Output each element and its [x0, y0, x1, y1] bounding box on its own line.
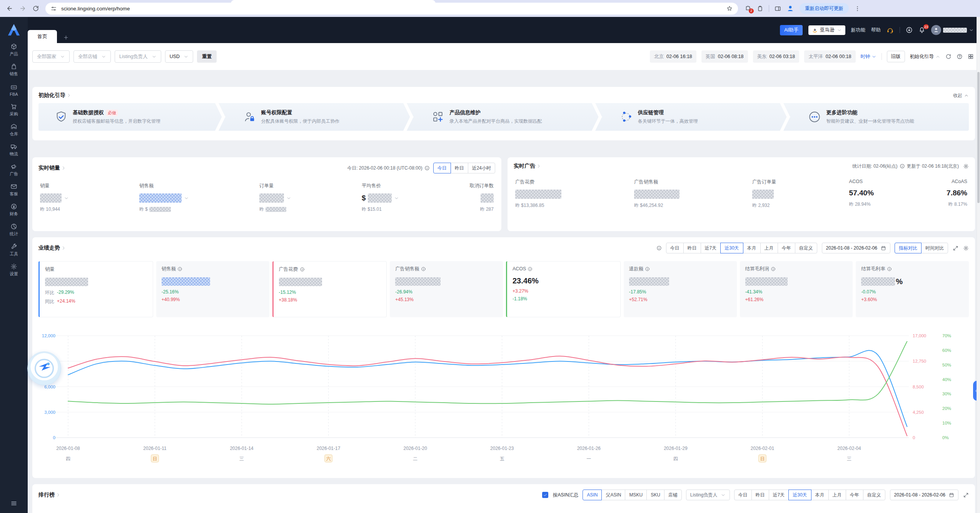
- forward-icon[interactable]: [19, 5, 26, 12]
- guide-title[interactable]: 初始化引导: [38, 92, 71, 99]
- compare-tab-指标对比[interactable]: 指标对比: [895, 243, 922, 253]
- extensions-icon[interactable]: 2: [745, 5, 751, 12]
- floating-assistant-widget[interactable]: [27, 351, 61, 385]
- platform-select[interactable]: a 亚马逊: [808, 25, 845, 35]
- guide-step-5[interactable]: 更多进阶功能智能补货建议、业财一体化管理等亮点功能: [792, 103, 969, 131]
- new-features-link[interactable]: 新功能: [851, 27, 866, 33]
- timezone-chip[interactable]: 英国02-06 08:18: [701, 50, 748, 63]
- info-icon[interactable]: [300, 267, 305, 272]
- guide-step-1[interactable]: 基础数据授权必做授权店铺客服邮箱等信息，开启数字化管理: [38, 103, 215, 131]
- lingxing-logo-icon[interactable]: [7, 22, 21, 38]
- sidebar-item-客服[interactable]: 客服: [0, 180, 28, 200]
- info-icon[interactable]: [177, 266, 182, 271]
- browser-update-button[interactable]: 重新启动即可更新: [800, 3, 849, 14]
- legacy-version-button[interactable]: 旧版: [887, 51, 905, 62]
- range-tab-近7天[interactable]: 近7天: [701, 243, 721, 253]
- sidebar-item-物流[interactable]: 物流: [0, 140, 28, 160]
- help-link[interactable]: 帮助: [871, 27, 881, 33]
- reset-button[interactable]: 重置: [197, 50, 217, 63]
- performance-title[interactable]: 业绩走势: [38, 245, 66, 252]
- ranking-owner-select[interactable]: Listing负责人: [686, 490, 730, 500]
- info-icon[interactable]: [656, 245, 662, 251]
- support-headset-icon[interactable]: [887, 27, 894, 34]
- range-tab-今年[interactable]: 今年: [846, 490, 863, 500]
- range-tab-近30天[interactable]: 近30天: [720, 243, 743, 253]
- kebab-menu-icon[interactable]: [854, 5, 861, 12]
- dim-tab-SKU[interactable]: SKU: [646, 490, 664, 500]
- timezone-chip[interactable]: 美东02-06 03:18: [753, 50, 800, 63]
- guide-step-4[interactable]: 供应链管理各关键环节于一体，高效管理: [604, 103, 781, 131]
- gear-icon[interactable]: [963, 163, 969, 169]
- range-tab-本月[interactable]: 本月: [811, 490, 829, 500]
- browser-profile-icon[interactable]: [786, 5, 794, 12]
- timezone-chip[interactable]: 太平洋02-06 00:18: [804, 50, 855, 63]
- realtime-sales-title[interactable]: 实时销量: [38, 165, 66, 172]
- trend-chart[interactable]: 2026-01-08四2026-01-11日2026-01-14三2026-01…: [38, 332, 969, 463]
- sidebar-item-广告[interactable]: 广告: [0, 160, 28, 180]
- trend-metric-card-广告花费[interactable]: 广告花费-15.12%+38.18%: [272, 261, 387, 317]
- range-tab-昨日[interactable]: 昨日: [683, 243, 701, 253]
- info-icon[interactable]: [771, 266, 776, 271]
- tab-昨日[interactable]: 昨日: [451, 163, 468, 173]
- collapse-button[interactable]: 收起: [953, 92, 969, 99]
- guide-step-3[interactable]: 产品信息维护录入本地产品并配对平台商品，实现数据匹配: [415, 103, 592, 131]
- user-menu[interactable]: [931, 25, 974, 35]
- chevron-down-icon[interactable]: [184, 196, 189, 201]
- bell-icon[interactable]: 23: [918, 27, 925, 33]
- address-bar[interactable]: scione.lingxing.com/erp/home: [45, 3, 738, 15]
- help-circle-icon[interactable]: [957, 53, 963, 60]
- tab-近24小时[interactable]: 近24小时: [468, 163, 495, 173]
- range-tab-本月[interactable]: 本月: [743, 243, 761, 253]
- sidebar-item-FBA[interactable]: FBAFBA: [0, 80, 28, 100]
- guide-step-2[interactable]: 账号权限配置分配具体账号权限，便于内部员工协作: [227, 103, 404, 131]
- dim-tab-店铺[interactable]: 店铺: [664, 490, 682, 500]
- side-panel-icon[interactable]: [775, 5, 781, 12]
- scrollbar[interactable]: [977, 17, 980, 513]
- init-guide-toggle[interactable]: 初始化引导: [910, 53, 941, 60]
- info-icon[interactable]: [887, 266, 892, 271]
- currency-select[interactable]: USD: [165, 50, 193, 63]
- layout-grid-icon[interactable]: [968, 53, 974, 60]
- dim-tab-父ASIN[interactable]: 父ASIN: [601, 490, 625, 500]
- expand-icon[interactable]: [963, 492, 969, 498]
- reload-icon[interactable]: [32, 5, 39, 12]
- timezone-chip[interactable]: 北京02-06 16:18: [650, 50, 696, 63]
- chevron-down-icon[interactable]: [64, 196, 69, 201]
- back-icon[interactable]: [6, 5, 13, 12]
- chevron-down-icon[interactable]: [394, 196, 399, 201]
- gear-icon[interactable]: [963, 245, 969, 251]
- range-tab-自定义[interactable]: 自定义: [795, 243, 817, 253]
- tab-今日[interactable]: 今日: [433, 163, 451, 173]
- store-select[interactable]: 全部店铺: [73, 50, 111, 63]
- trend-metric-card-ACOS[interactable]: ACOS23.46%+3.27%-1.18%: [506, 261, 621, 317]
- clock-toggle[interactable]: 时钟: [861, 53, 876, 60]
- ranking-date-picker[interactable]: 2026-01-08 - 2026-02-06: [890, 490, 958, 500]
- listing-owner-select[interactable]: Listing负责人: [115, 50, 161, 63]
- compare-tab-时间对比[interactable]: 时间对比: [921, 243, 948, 253]
- range-tab-近7天[interactable]: 近7天: [769, 490, 789, 500]
- range-tab-自定义[interactable]: 自定义: [863, 490, 885, 500]
- date-range-picker[interactable]: 2026-01-08 - 2026-02-06: [822, 243, 890, 253]
- ai-assistant-button[interactable]: AI助手: [780, 25, 803, 35]
- clipboard-icon[interactable]: [757, 5, 763, 12]
- info-icon[interactable]: [424, 165, 430, 171]
- asin-summary-checkbox[interactable]: [542, 492, 548, 498]
- info-icon[interactable]: [528, 266, 533, 271]
- scrollbar-thumb[interactable]: [977, 72, 980, 203]
- range-tab-今日[interactable]: 今日: [666, 243, 684, 253]
- range-tab-上月[interactable]: 上月: [760, 243, 778, 253]
- sidebar-item-统计[interactable]: 统计: [0, 220, 28, 240]
- tab-home[interactable]: 首页: [28, 30, 57, 43]
- trend-metric-card-广告销售额[interactable]: 广告销售额-26.94%+45.13%: [390, 261, 503, 317]
- info-icon[interactable]: [900, 163, 905, 169]
- refresh-icon[interactable]: [945, 53, 952, 60]
- download-icon[interactable]: [906, 27, 913, 33]
- site-info-icon[interactable]: [51, 6, 57, 12]
- range-tab-上月[interactable]: 上月: [828, 490, 846, 500]
- info-icon[interactable]: [421, 266, 426, 271]
- sidebar-item-产品[interactable]: 产品: [0, 40, 28, 60]
- country-select[interactable]: 全部国家: [32, 50, 70, 63]
- sidebar-item-财务[interactable]: 财务: [0, 200, 28, 220]
- bookmark-star-icon[interactable]: [726, 5, 733, 12]
- range-tab-今年[interactable]: 今年: [778, 243, 795, 253]
